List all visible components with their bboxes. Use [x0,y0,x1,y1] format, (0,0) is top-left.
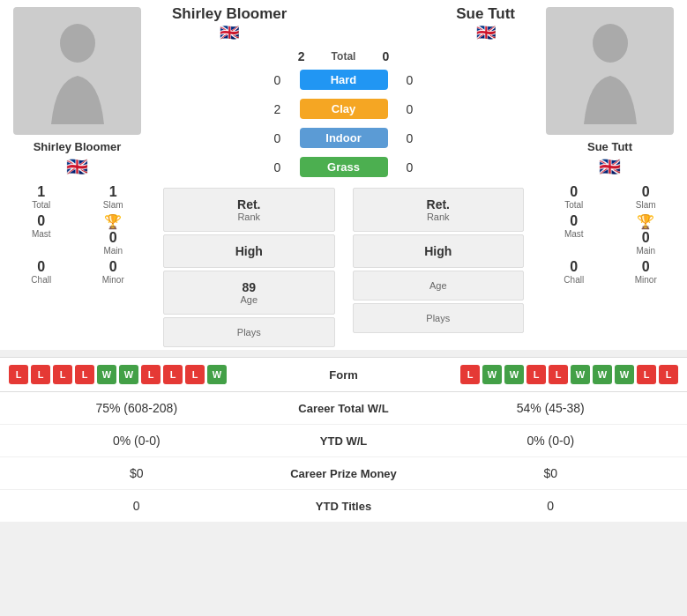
ytd-titles-left: 0 [18,499,256,513]
left-age-value: 89 [173,280,325,294]
right-chall-label: Chall [564,275,584,285]
left-minor-value: 0 [109,259,117,275]
right-minor-value: 0 [642,259,650,275]
left-age-card: 89 Age [163,271,335,315]
left-total-value: 1 [37,184,45,200]
form-label: Form [291,368,397,382]
main-container: Shirley Bloomer 🇬🇧 1 Total 1 Slam 0 Mast [0,0,687,523]
right-minor-cell: 0 Minor [612,259,681,285]
left-player-name: Shirley Bloomer [34,140,122,153]
career-total-row: 75% (608-208) Career Total W/L 54% (45-3… [0,392,687,425]
left-player-flag: 🇬🇧 [66,156,88,177]
left-rank-label: Rank [173,212,325,222]
right-minor-label: Minor [635,275,657,285]
right-form-badges: LWWLLWWWLL [397,365,679,384]
clay-left-score: 2 [269,102,287,116]
stats-rows: 75% (608-208) Career Total W/L 54% (45-3… [0,392,687,523]
hard-right-score: 0 [401,73,419,87]
grass-row: 0 Grass 0 [154,152,533,182]
left-trophy-cell: 🏆 0 Main [79,213,148,256]
clay-row: 2 Clay 0 [154,94,533,123]
center-section: Shirley Bloomer 🇬🇧 Sue Tutt 🇬🇧 2 Total 0… [154,0,533,350]
left-chall-cell: 0 Chall [7,259,76,285]
center-info-cards: Ret. Rank High 89 Age Plays [154,185,533,350]
career-total-label: Career Total W/L [256,402,432,415]
left-rank-card: Ret. Rank [163,188,335,232]
ytd-titles-right: 0 [432,499,670,513]
left-mast-value: 0 [37,213,45,229]
right-slam-label: Slam [636,200,656,210]
right-age-card: Age [353,271,525,301]
right-form-badge-w: W [482,365,502,384]
right-trophy-cell: 🏆 0 Main [612,213,681,256]
right-form-badge-l: L [526,365,546,384]
right-slam-cell: 0 Slam [612,184,681,210]
right-form-badge-w: W [571,365,590,384]
right-mast-cell: 0 Mast [540,213,609,256]
right-rank-value: Ret. [362,197,515,212]
center-left-name: Shirley Bloomer 🇬🇧 [172,5,287,42]
left-total-score: 2 [298,49,305,63]
left-trophy-icon: 🏆 [104,213,122,230]
right-form-badge-l: L [549,365,568,384]
left-slam-label: Slam [103,200,123,210]
hard-left-score: 0 [269,73,287,87]
hard-row: 0 Hard 0 [154,65,533,94]
right-form-badge-w: W [593,365,612,384]
indoor-badge: Indoor [300,128,388,148]
right-player-name: Sue Tutt [587,140,632,153]
right-trophy-icon: 🏆 [637,213,654,230]
right-main-value: 0 [642,230,650,246]
grass-right-score: 0 [401,160,419,174]
left-chall-value: 0 [37,259,45,275]
right-main-label: Main [636,246,655,256]
right-form-badge-w: W [615,365,634,384]
right-rank-card: Ret. Rank [353,188,525,232]
svg-point-1 [593,24,628,63]
clay-right-score: 0 [401,102,419,116]
indoor-right-score: 0 [401,131,419,145]
left-total-label: Total [32,200,50,210]
right-chall-cell: 0 Chall [540,259,609,285]
left-age-label: Age [173,294,325,305]
surface-rows: 0 Hard 0 2 Clay 0 0 Indoor 0 0 Grass [154,65,533,182]
left-form-badge-l: L [75,365,94,384]
left-high-card: High [163,234,335,268]
right-center-cards: Ret. Rank High Age Plays [344,185,534,350]
right-plays-label: Plays [362,313,515,323]
career-prize-label: Career Prize Money [256,467,432,480]
left-plays-card: Plays [163,317,335,347]
left-main-label: Main [103,246,123,256]
center-header: Shirley Bloomer 🇬🇧 Sue Tutt 🇬🇧 [154,0,533,48]
left-player-section: Shirley Bloomer 🇬🇧 1 Total 1 Slam 0 Mast [0,0,154,350]
ytd-titles-row: 0 YTD Titles 0 [0,490,687,523]
left-form-badge-w: W [97,365,116,384]
career-total-right: 54% (45-38) [432,401,670,415]
center-right-name: Sue Tutt 🇬🇧 [456,5,515,42]
right-form-badge-l: L [637,365,656,384]
left-mast-cell: 0 Mast [7,213,76,256]
form-section: LLLLWWLLLW Form LWWLLWWWLL [0,357,687,392]
left-form-badge-l: L [163,365,183,384]
right-mast-label: Mast [564,229,584,239]
right-total-score: 0 [382,49,389,63]
right-slam-value: 0 [642,184,650,200]
right-total-label: Total [564,200,583,210]
left-form-badge-w: W [207,365,227,384]
right-form-badge-w: W [504,365,524,384]
career-total-left: 75% (608-208) [18,401,256,415]
left-minor-cell: 0 Minor [79,259,148,285]
grass-left-score: 0 [269,160,287,174]
left-minor-label: Minor [102,275,124,285]
right-player-stats: 0 Total 0 Slam 0 Mast 🏆 0 Main 0 [540,184,680,285]
total-row: 2 Total 0 [154,48,533,65]
right-total-cell: 0 Total [540,184,609,210]
right-total-value: 0 [570,184,578,200]
total-label: Total [332,50,356,63]
right-mast-value: 0 [570,213,578,229]
career-prize-left: $0 [18,466,256,480]
left-form-badge-l: L [31,365,50,384]
players-top: Shirley Bloomer 🇬🇧 1 Total 1 Slam 0 Mast [0,0,687,350]
left-plays-label: Plays [173,327,325,338]
left-mast-label: Mast [32,229,51,239]
